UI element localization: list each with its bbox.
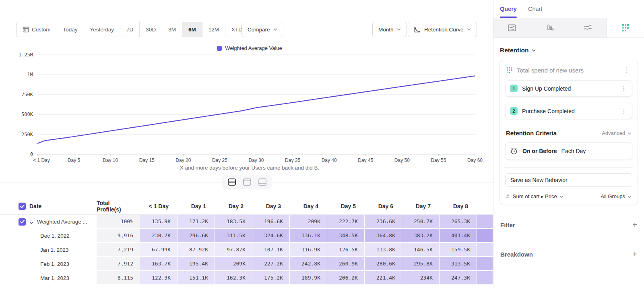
retention-value-cell[interactable]: 221.4K: [365, 271, 402, 285]
column-header-date[interactable]: Date: [0, 198, 97, 214]
retention-value-cell[interactable]: 87.92K: [178, 243, 215, 257]
retention-value-cell[interactable]: 324.6K: [252, 229, 290, 243]
date-range-yesterday[interactable]: Yesterday: [84, 22, 121, 37]
chart-type-retention[interactable]: [607, 18, 644, 37]
tab-chart-label: Chart: [528, 6, 542, 12]
retention-value-cell[interactable]: 107.1K: [252, 243, 290, 257]
retention-value-cell[interactable]: 364.8K: [365, 229, 402, 243]
retention-value-cell-partial: [477, 243, 493, 257]
retention-value-cell[interactable]: 183.5K: [215, 215, 252, 229]
retention-value-cell[interactable]: 348.5K: [327, 229, 365, 243]
retention-value-cell[interactable]: 163.7K: [140, 257, 178, 271]
column-header[interactable]: Day 4: [290, 198, 327, 214]
column-header[interactable]: Day 6: [365, 198, 402, 214]
table-only-view-button[interactable]: [257, 177, 268, 187]
metric-group-dropdown[interactable]: All Groups: [601, 193, 632, 199]
date-range-today[interactable]: Today: [57, 22, 84, 37]
split-view-button[interactable]: [226, 177, 237, 187]
chart-type-line[interactable]: [493, 18, 531, 37]
chart-style-dropdown[interactable]: Retention Curve: [408, 22, 477, 37]
retention-value-cell[interactable]: 196.6K: [252, 215, 290, 229]
retention-value-cell[interactable]: 401.4K: [440, 229, 477, 243]
retention-value-cell[interactable]: 313.5K: [440, 257, 477, 271]
date-range-custom[interactable]: Custom: [17, 22, 57, 37]
retention-value-cell[interactable]: 209K: [215, 257, 252, 271]
retention-value-cell[interactable]: 236.6K: [365, 215, 402, 229]
column-header[interactable]: Day 2: [215, 198, 252, 214]
chart-only-view-button[interactable]: [242, 177, 253, 187]
retention-value-cell[interactable]: 171.2K: [178, 215, 215, 229]
tab-query[interactable]: Query: [500, 0, 517, 18]
retention-value-cell[interactable]: 311.5K: [215, 229, 252, 243]
column-header[interactable]: Total Profile(s): [97, 198, 140, 214]
save-as-new-behavior-button[interactable]: Save as New Behavior: [505, 173, 632, 187]
retention-value-cell[interactable]: 383.2K: [402, 229, 440, 243]
retention-value-cell[interactable]: 250.7K: [402, 215, 440, 229]
retention-timing-card[interactable]: On or Before Each Day: [505, 142, 632, 160]
filter-section[interactable]: Filter +: [500, 220, 637, 230]
retention-value-cell[interactable]: 126.5K: [327, 243, 365, 257]
date-range-7d[interactable]: 7D: [120, 22, 140, 37]
retention-value-cell[interactable]: 230.7K: [140, 229, 178, 243]
retention-value-cell[interactable]: 175.2K: [252, 271, 290, 285]
retention-value-cell[interactable]: 162.3K: [215, 271, 252, 285]
column-header[interactable]: < 1 Day: [140, 198, 178, 214]
retention-value-cell[interactable]: 336.1K: [290, 229, 327, 243]
retention-section-header[interactable]: Retention: [500, 47, 638, 54]
retention-value-cell[interactable]: 206.2K: [327, 271, 365, 285]
retention-line-chart[interactable]: 0250K500K750K1M1.25M< 1 DayDay 5Day 10Da…: [14, 52, 483, 165]
date-range-6m[interactable]: 6M: [182, 22, 202, 37]
retention-value-cell[interactable]: 209K: [290, 215, 327, 229]
compare-button[interactable]: Compare: [242, 22, 283, 37]
retention-value-cell[interactable]: 234K: [402, 271, 440, 285]
chart-type-flow[interactable]: [569, 18, 607, 37]
retention-value-cell[interactable]: 227.2K: [252, 257, 290, 271]
retention-value-cell[interactable]: 116.9K: [290, 243, 327, 257]
retention-value-cell[interactable]: 242.8K: [290, 257, 327, 271]
retention-value-cell[interactable]: 67.99K: [140, 243, 178, 257]
column-header[interactable]: Day 1: [178, 198, 215, 214]
column-header[interactable]: Day 8: [440, 198, 477, 214]
column-header[interactable]: Day 5: [327, 198, 365, 214]
retention-value-cell[interactable]: 189.9K: [290, 271, 327, 285]
retention-value-cell[interactable]: 159.5K: [440, 243, 477, 257]
granularity-dropdown[interactable]: Month: [372, 22, 407, 37]
x-axis-tick-label: Day 5: [68, 157, 80, 163]
retention-value-cell[interactable]: 133.8K: [365, 243, 402, 257]
series-line-weighted-average-value[interactable]: [37, 76, 475, 143]
metric-property-dropdown[interactable]: Sum of cart ▸ Price: [513, 193, 597, 199]
add-breakdown-icon[interactable]: +: [632, 250, 637, 259]
date-range-30d[interactable]: 30D: [140, 22, 162, 37]
retention-value-cell[interactable]: 146.5K: [402, 243, 440, 257]
row-checkbox[interactable]: [19, 218, 26, 226]
select-all-checkbox[interactable]: [19, 203, 26, 210]
step-menu-button[interactable]: ⋮: [619, 85, 629, 92]
breakdown-section[interactable]: Breakdown +: [500, 250, 637, 259]
date-range-3m[interactable]: 3M: [162, 22, 182, 37]
expand-row-button[interactable]: [29, 218, 33, 226]
retention-value-cell[interactable]: 97.87K: [215, 243, 252, 257]
retention-value-cell[interactable]: 296.6K: [178, 229, 215, 243]
retention-value-cell[interactable]: 122.3K: [140, 271, 178, 285]
retention-value-cell[interactable]: 295.8K: [402, 257, 440, 271]
retention-value-cell[interactable]: 151.1K: [178, 271, 215, 285]
behavior-menu-button[interactable]: ⋮: [622, 67, 632, 73]
add-filter-icon[interactable]: +: [632, 220, 637, 230]
retention-value-cell[interactable]: 195.4K: [178, 257, 215, 271]
retention-value-cell[interactable]: 280.6K: [365, 257, 402, 271]
x-axis-tick-label: Day 10: [103, 157, 118, 163]
chart-type-bar[interactable]: [531, 18, 569, 37]
retention-value-cell[interactable]: 265.3K: [440, 215, 477, 229]
retention-value-cell[interactable]: 135.9K: [140, 215, 178, 229]
step-sign-up-completed[interactable]: 1 Sign Up Completed ⋮: [505, 80, 632, 97]
retention-value-cell[interactable]: 247.3K: [440, 271, 477, 285]
tab-chart[interactable]: Chart: [528, 0, 542, 18]
column-header[interactable]: Day 7: [402, 198, 440, 214]
retention-value-cell[interactable]: 222.7K: [327, 215, 365, 229]
date-range-12m[interactable]: 12M: [202, 22, 225, 37]
step-menu-button[interactable]: ⋮: [619, 108, 629, 114]
criteria-mode-dropdown[interactable]: Advanced: [602, 130, 632, 136]
column-header[interactable]: Day 3: [252, 198, 290, 214]
step-purchase-completed[interactable]: 2 Purchase Completed ⋮: [505, 103, 632, 119]
retention-value-cell[interactable]: 260.9K: [327, 257, 365, 271]
